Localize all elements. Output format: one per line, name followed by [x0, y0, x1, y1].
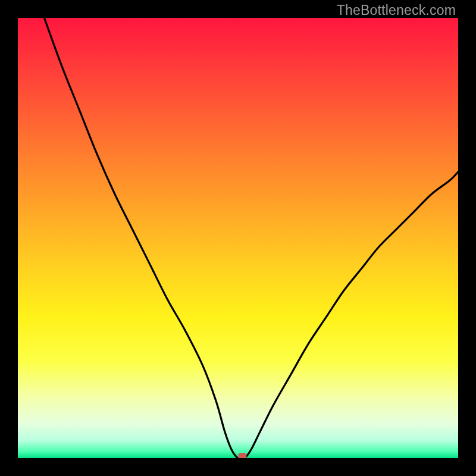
- watermark-text: TheBottleneck.com: [337, 2, 456, 18]
- chart-frame: TheBottleneck.com: [0, 0, 476, 476]
- plot-area: [18, 18, 458, 458]
- curve-path: [44, 18, 458, 458]
- minimum-marker: [238, 453, 246, 458]
- bottleneck-curve: [18, 18, 458, 458]
